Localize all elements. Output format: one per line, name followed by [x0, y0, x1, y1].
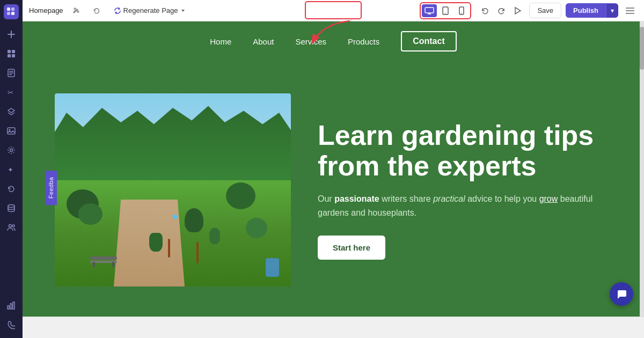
scrollbar-thumb[interactable]: [640, 27, 644, 70]
page-name: Homepage: [29, 6, 63, 14]
publish-button-group: Publish ▾: [566, 3, 618, 18]
svg-marker-31: [515, 8, 521, 14]
hero-image: [55, 93, 291, 286]
svg-rect-23: [13, 302, 14, 309]
svg-point-18: [8, 205, 14, 208]
canvas-area: Feedba Home About Services Products Cont…: [23, 21, 644, 317]
mobile-view-button[interactable]: [454, 4, 469, 17]
analytics-icon[interactable]: [3, 297, 20, 314]
nav-products[interactable]: Products: [348, 37, 379, 46]
nav-contact[interactable]: Contact: [401, 31, 457, 52]
tablet-view-button[interactable]: [438, 4, 453, 17]
garden-scene: [55, 93, 291, 286]
topbar-right: Save Publish ▾: [478, 3, 638, 18]
feedback-tab[interactable]: Feedba: [45, 171, 57, 205]
hero-subtitle-bold: passionate: [334, 194, 379, 203]
svg-rect-1: [11, 8, 14, 11]
svg-rect-6: [8, 54, 11, 57]
phone-icon[interactable]: [3, 317, 20, 334]
desktop-view-button[interactable]: [422, 4, 437, 17]
database-icon[interactable]: [3, 200, 20, 217]
settings-icon[interactable]: [3, 142, 20, 159]
grid-icon[interactable]: [3, 45, 20, 62]
svg-rect-22: [10, 304, 12, 309]
svg-rect-2: [7, 12, 10, 15]
svg-point-30: [462, 13, 463, 14]
website-preview: Home About Services Products Contact: [23, 21, 644, 317]
undo-redo-group: [478, 3, 525, 18]
nav-home[interactable]: Home: [210, 37, 231, 46]
svg-marker-13: [8, 108, 14, 113]
hero-subtitle-link[interactable]: grow: [539, 194, 558, 203]
page-icon[interactable]: [3, 64, 20, 82]
svg-rect-26: [425, 8, 434, 13]
regenerate-button[interactable]: Regenerate Page: [109, 4, 190, 17]
svg-text:✂: ✂: [8, 89, 13, 97]
main-area: Homepage Regenerate Page: [23, 0, 644, 338]
hero-subtitle-italic: practical: [433, 194, 465, 203]
scrollbar[interactable]: [640, 21, 644, 317]
hero-subtitle: Our passionate writers share practical a…: [318, 192, 612, 219]
svg-point-28: [445, 13, 447, 14]
svg-point-24: [76, 9, 78, 10]
hero-section: Learn gardening tips from the experts Ou…: [23, 61, 644, 317]
viewport-switcher: [420, 2, 471, 19]
svg-rect-3: [11, 12, 14, 15]
svg-rect-4: [8, 50, 11, 53]
nav-about[interactable]: About: [253, 37, 274, 46]
svg-marker-25: [181, 10, 185, 12]
users-icon[interactable]: [3, 219, 20, 236]
svg-rect-21: [8, 306, 9, 309]
chat-bubble[interactable]: [610, 282, 633, 306]
plugin-icon[interactable]: ✦: [3, 161, 20, 178]
scissors-icon[interactable]: ✂: [3, 84, 20, 101]
image-icon[interactable]: [3, 122, 20, 139]
bottom-strip: [23, 317, 644, 338]
hamburger-menu-button[interactable]: [623, 3, 638, 18]
topbar: Homepage Regenerate Page: [23, 0, 644, 21]
redo-button[interactable]: [494, 3, 509, 18]
svg-point-20: [12, 225, 14, 227]
svg-rect-0: [7, 8, 10, 11]
sidebar: ✂ ✦: [0, 0, 23, 338]
hero-title: Learn gardening tips from the experts: [318, 120, 612, 181]
topbar-left: Homepage Regenerate Page: [29, 3, 413, 18]
save-button[interactable]: Save: [529, 3, 561, 18]
history-icon[interactable]: [3, 180, 20, 197]
publish-main-button[interactable]: Publish: [566, 3, 606, 18]
site-navigation: Home About Services Products Contact: [23, 21, 644, 61]
hero-content: Learn gardening tips from the experts Ou…: [318, 120, 612, 260]
app-logo: [4, 4, 19, 19]
svg-point-16: [10, 149, 13, 152]
layers-icon[interactable]: [3, 103, 20, 120]
add-icon[interactable]: [3, 26, 20, 43]
nav-services[interactable]: Services: [295, 37, 326, 46]
svg-point-19: [9, 225, 12, 227]
history-topbar-icon[interactable]: [89, 3, 104, 18]
svg-text:✦: ✦: [8, 166, 13, 174]
publish-dropdown-button[interactable]: ▾: [606, 4, 618, 18]
svg-rect-14: [8, 128, 15, 134]
svg-rect-7: [12, 54, 15, 57]
undo-button[interactable]: [478, 3, 493, 18]
svg-rect-5: [12, 50, 15, 53]
start-here-button[interactable]: Start here: [318, 236, 385, 260]
play-button[interactable]: [510, 3, 525, 18]
pin-icon[interactable]: [69, 3, 84, 18]
